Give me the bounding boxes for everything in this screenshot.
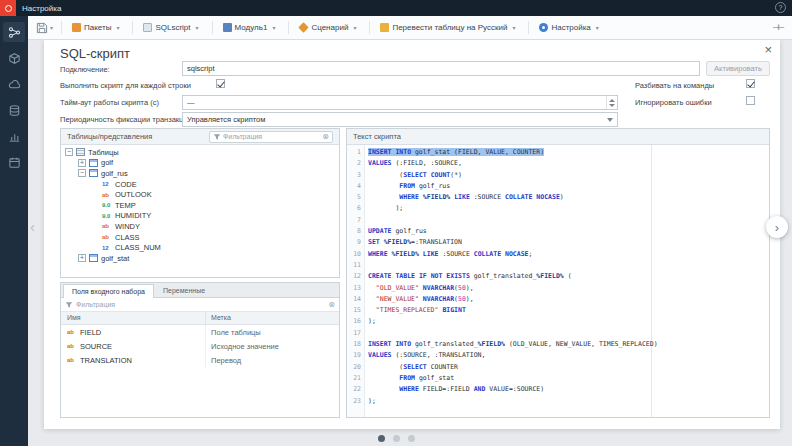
code-line[interactable]: CREATE TABLE IF NOT EXISTS golf_translat… xyxy=(368,271,769,282)
code-line[interactable]: ); xyxy=(368,316,769,327)
editor-header: Текст скрипта xyxy=(347,129,769,145)
tab-input-fields[interactable]: Поля входного набора xyxy=(63,284,154,298)
tree-item-golf[interactable]: +golf xyxy=(61,158,339,169)
split-commands-checkbox[interactable] xyxy=(746,79,755,88)
tree-item-golf_rus[interactable]: −golf_rus xyxy=(61,168,339,179)
collapse-icon[interactable]: − xyxy=(65,148,73,156)
next-page-chevron[interactable]: › xyxy=(766,216,788,238)
code-line[interactable]: "NEW_VALUE" NVARCHAR(50), xyxy=(368,294,769,305)
toolbar-item-module[interactable]: Модуль1▾ xyxy=(218,16,284,39)
str-type-icon: ab xyxy=(102,192,113,198)
tab-variables[interactable]: Переменные xyxy=(154,283,214,297)
editor-code[interactable]: INSERT INTO golf_stat (FIELD, VALUE, COU… xyxy=(365,145,769,407)
toolbar-item-sqlscript-package[interactable]: SQLscript▾ xyxy=(138,16,206,39)
chevron-down-icon[interactable]: ▾ xyxy=(50,24,53,31)
code-line[interactable]: ); xyxy=(368,396,769,407)
help-icon[interactable]: ? xyxy=(775,2,786,13)
tree-item-class[interactable]: abCLASS xyxy=(61,232,339,243)
code-line[interactable]: UPDATE golf_rus xyxy=(368,226,769,237)
code-line[interactable] xyxy=(368,328,769,339)
code-line[interactable]: SET %FIELD%=:TRANSLATION xyxy=(368,237,769,248)
exec-each-row-checkbox[interactable] xyxy=(216,79,225,88)
sidebar-item-schedule[interactable] xyxy=(3,152,25,172)
settings-icon xyxy=(539,23,548,32)
stepper-arrows[interactable] xyxy=(606,96,617,109)
tree-item-class_num[interactable]: 12CLASS_NUM xyxy=(61,242,339,253)
code-line[interactable] xyxy=(368,215,769,226)
tree-item-label: golf_rus xyxy=(101,169,128,178)
table-row[interactable]: abFIELDПоле таблицы xyxy=(61,325,339,339)
tree-item-label: CLASS_NUM xyxy=(115,243,161,252)
page-dot-2[interactable] xyxy=(393,435,400,442)
sidebar-item-flows[interactable] xyxy=(3,22,25,42)
code-line[interactable]: "TIMES_REPLACED" BIGINT xyxy=(368,305,769,316)
code-line[interactable] xyxy=(368,260,769,271)
toolbar-item-packages[interactable]: Пакеты▾ xyxy=(67,16,127,39)
save-button[interactable] xyxy=(36,22,48,34)
column-header-label[interactable]: Метка xyxy=(206,312,339,324)
field-label: Поле таблицы xyxy=(206,328,339,337)
clear-filter-icon[interactable]: ⊗ xyxy=(328,301,335,309)
database-icon xyxy=(8,104,21,117)
page-dot-3[interactable] xyxy=(408,435,415,442)
toolbar-item-translate-node[interactable]: Перевести таблицу на Русский▾ xyxy=(375,16,523,39)
collapse-icon[interactable]: − xyxy=(78,169,86,177)
table-row[interactable]: abTRANSLATIONПеревод xyxy=(61,353,339,367)
tree-item-golf_stat[interactable]: +golf_stat xyxy=(61,253,339,264)
field-name-cell: abSOURCE xyxy=(61,339,206,353)
code-line[interactable]: (SELECT COUNT(*) xyxy=(368,170,769,181)
activate-button[interactable]: Активировать xyxy=(706,61,770,76)
code-line-text: ); xyxy=(368,317,376,325)
line-number: 18 xyxy=(347,339,364,350)
app-logo[interactable] xyxy=(0,0,16,16)
code-line[interactable]: INSERT INTO golf_stat (FIELD, VALUE, COU… xyxy=(368,147,769,158)
tree-item-code[interactable]: 12CODE xyxy=(61,179,339,190)
expand-icon[interactable]: + xyxy=(78,254,86,262)
real-type-icon: 9.0 xyxy=(102,202,113,208)
code-line-text: "TIMES_REPLACED" BIGINT xyxy=(368,306,466,314)
connection-input[interactable] xyxy=(182,61,700,76)
code-line[interactable]: VALUES (:FIELD, :SOURCE, xyxy=(368,158,769,169)
tree-item-windy[interactable]: abWINDY xyxy=(61,221,339,232)
code-line[interactable]: FROM golf_rus xyxy=(368,181,769,192)
tree-item-outlook[interactable]: abOUTLOOK xyxy=(61,189,339,200)
line-number: 11 xyxy=(347,260,364,271)
chevron-down-icon: ▾ xyxy=(512,24,515,31)
code-line-text: UPDATE golf_rus xyxy=(368,227,427,235)
arrow-up-icon xyxy=(609,99,615,102)
code-line[interactable]: FROM golf_stat xyxy=(368,373,769,384)
code-line[interactable]: WHERE %FIELD% LIKE :SOURCE COLLATE NOCAS… xyxy=(368,192,769,203)
commit-select[interactable]: Управляется скриптом xyxy=(182,112,618,127)
code-line[interactable]: "OLD_VALUE" NVARCHAR(50), xyxy=(368,283,769,294)
code-line[interactable]: VALUES (:SOURCE, :TRANSLATION, xyxy=(368,350,769,361)
code-line[interactable]: INSERT INTO golf_translated_%FIELD% (OLD… xyxy=(368,339,769,350)
line-number: 1 xyxy=(347,147,364,158)
sidebar-item-connections[interactable] xyxy=(3,100,25,120)
tree-item-таблицы[interactable]: −Таблицы xyxy=(61,147,339,158)
toolbar-item-scenario[interactable]: Сценарий▾ xyxy=(294,16,364,39)
sidebar-item-packages[interactable] xyxy=(3,48,25,68)
sidebar-item-reports[interactable] xyxy=(3,126,25,146)
toolbar-item-settings[interactable]: Настройка▾ xyxy=(534,16,606,39)
table-row[interactable]: abSOURCEИсходное значение xyxy=(61,339,339,353)
tree-item-temp[interactable]: 9.0TEMP xyxy=(61,200,339,211)
chevron-down-icon: ▾ xyxy=(353,24,356,31)
tree-item-humidity[interactable]: 9.0HUMIDITY xyxy=(61,211,339,222)
commit-value: Управляется скриптом xyxy=(187,115,265,124)
close-icon[interactable]: × xyxy=(764,42,772,58)
fields-filter-input[interactable] xyxy=(76,301,325,308)
page-dot-1[interactable] xyxy=(378,435,385,442)
str-type-icon: ab xyxy=(102,223,113,229)
sidebar-item-cloud[interactable] xyxy=(3,74,25,94)
column-header-name[interactable]: Имя xyxy=(61,312,206,324)
ignore-errors-checkbox[interactable] xyxy=(746,96,755,105)
timeout-stepper[interactable]: — xyxy=(182,95,618,110)
expand-panel-icon[interactable]: ⊣⊢ xyxy=(772,23,784,32)
code-line[interactable]: ); xyxy=(368,203,769,214)
code-line[interactable]: WHERE %FIELD% LIKE :SOURCE COLLATE NOCAS… xyxy=(368,249,769,260)
tables-filter-input[interactable] xyxy=(223,133,320,140)
code-line[interactable]: WHERE FIELD=:FIELD AND VALUE=:SOURCE) xyxy=(368,384,769,395)
code-line[interactable]: (SELECT COUNTER xyxy=(368,362,769,373)
expand-icon[interactable]: + xyxy=(78,159,86,167)
clear-filter-icon[interactable]: ⊗ xyxy=(322,133,329,141)
